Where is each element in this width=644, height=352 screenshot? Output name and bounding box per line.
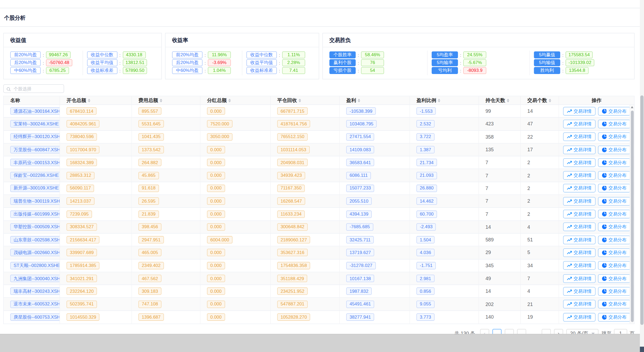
scrollbar-up-arrow-icon[interactable] — [631, 106, 633, 108]
table-scrollbar-thumb[interactable] — [631, 111, 634, 322]
trade-distribution-button[interactable]: 交易分布 — [598, 107, 630, 115]
cell-trade-count: 2 — [521, 195, 559, 207]
cell-close-recover: 1031114.053 — [271, 143, 340, 156]
table-body: 通源石油--300164.XSHE 678410.114 895.557 0.0… — [4, 105, 634, 324]
trade-distribution-button[interactable]: 交易分布 — [598, 132, 630, 141]
trade-detail-button[interactable]: 交易详情 — [563, 210, 595, 218]
trade-detail-button[interactable]: 交易详情 — [563, 261, 595, 270]
close-recover-badge: 234251.952 — [277, 288, 307, 295]
open-total-badge: 168324.389 — [67, 159, 97, 166]
cell-open-total: 168324.389 — [60, 156, 132, 169]
cell-hold-days: 589 — [479, 234, 521, 246]
table-scrollbar[interactable] — [630, 105, 634, 324]
cell-hold-days: 345 — [479, 259, 521, 272]
cell-trade-count: 7 — [521, 272, 559, 284]
sort-caret-icon[interactable] — [160, 98, 162, 102]
dividend-total-badge: 0.000 — [207, 288, 225, 295]
sort-caret-icon[interactable] — [507, 98, 509, 102]
stat-value-badge: 76 — [361, 59, 384, 66]
trade-distribution-button[interactable]: 交易分布 — [598, 120, 630, 128]
sort-caret-icon[interactable] — [228, 98, 231, 102]
trade-distribution-button[interactable]: 交易分布 — [598, 287, 630, 295]
table-row: 茂硕电源--002660.XSHE 339907.689 465.005 0.0… — [4, 247, 634, 259]
page-scrollbar-thumb[interactable] — [640, 96, 643, 325]
cell-trade-count: 19 — [521, 311, 559, 324]
trade-detail-button[interactable]: 交易详情 — [563, 274, 595, 283]
cell-trade-count: 14 — [521, 105, 559, 117]
trade-detail-button[interactable]: 交易详情 — [563, 171, 595, 180]
close-recover-badge: 2189060.127 — [277, 236, 310, 244]
trade-detail-button[interactable]: 交易详情 — [563, 223, 595, 231]
cell-profit-ratio: 14.462 — [410, 195, 479, 207]
sort-caret-icon[interactable] — [438, 98, 440, 102]
sort-caret-icon[interactable] — [299, 98, 301, 102]
trade-detail-button[interactable]: 交易详情 — [563, 107, 595, 115]
fee-total-badge: 1396.687 — [138, 314, 164, 321]
page-scrollbar[interactable] — [640, 0, 644, 352]
stock-search-input[interactable] — [3, 84, 64, 93]
trade-distribution-button[interactable]: 交易分布 — [598, 261, 630, 270]
cell-profit-ratio: 21.093 — [410, 169, 479, 182]
trade-detail-button[interactable]: 交易详情 — [563, 287, 595, 295]
trade-detail-button[interactable]: 交易详情 — [563, 197, 595, 206]
stat-panel: 交易胜负 个股胜率 : 58.46% 赢利个股 : 76 亏损个股 : 54 5… — [323, 33, 635, 79]
cell-trade-count: 5 — [521, 247, 559, 259]
cell-trade-count: 51 — [521, 234, 559, 246]
stock-search-box — [3, 84, 64, 93]
trade-detail-button[interactable]: 交易详情 — [563, 158, 595, 167]
profit-badge: 10167.138 — [346, 275, 374, 282]
trade-detail-button[interactable]: 交易详情 — [563, 132, 595, 141]
cell-actions: 交易详情 交易分布 — [559, 208, 634, 220]
cell-profit: 103408.795 — [340, 118, 410, 130]
trade-distribution-label: 交易分布 — [609, 250, 627, 255]
trade-detail-button[interactable]: 交易详情 — [563, 248, 595, 257]
cell-profit: 32425.711 — [340, 234, 410, 246]
stat-row: 后20%均盈 : -3.69% — [172, 60, 238, 66]
pie-chart-icon — [602, 263, 607, 268]
trade-distribution-button[interactable]: 交易分布 — [598, 184, 630, 193]
table-header-cell: 开仓总额 — [60, 96, 132, 105]
cell-name: 经纬辉开--300120.XSHE — [4, 131, 60, 143]
stock-name-badge: 瑞丰高材--300243.XSHE — [10, 288, 60, 295]
sort-caret-icon[interactable] — [358, 98, 360, 102]
trade-detail-button[interactable]: 交易详情 — [563, 120, 595, 128]
sort-caret-icon[interactable] — [549, 98, 551, 102]
cell-profit-ratio: 0.856 — [410, 285, 479, 297]
trade-distribution-button[interactable]: 交易分布 — [598, 223, 630, 231]
trade-distribution-button[interactable]: 交易分布 — [598, 197, 630, 206]
open-total-badge: 28853.312 — [67, 172, 95, 179]
table-header: 名称 开仓总额 费用总额 分红总额 平仓回收 盈利 盈利比例 持仓天数 交易个数… — [4, 96, 634, 105]
cell-actions: 交易详情 交易分布 — [559, 118, 634, 130]
pie-chart-icon — [602, 173, 607, 178]
trade-distribution-button[interactable]: 交易分布 — [598, 274, 630, 283]
trade-distribution-button[interactable]: 交易分布 — [598, 235, 630, 244]
trade-distribution-button[interactable]: 交易分布 — [598, 158, 630, 167]
trade-distribution-button[interactable]: 交易分布 — [598, 313, 630, 322]
table-row: 退市未来--600532.XSHG 502395.741 747.108 0.0… — [4, 298, 634, 311]
cell-profit: 36583.641 — [340, 156, 410, 169]
pie-chart-icon — [602, 276, 607, 281]
trade-distribution-button[interactable]: 交易分布 — [598, 171, 630, 180]
trade-detail-button[interactable]: 交易详情 — [563, 313, 595, 322]
cell-name: 宝莱特--300246.XSHE — [4, 118, 60, 130]
stat-panel-body: 前20%均盈 : 99467.26 后20%均盈 : -50760.48 中60… — [4, 47, 162, 79]
trade-detail-button[interactable]: 交易详情 — [563, 300, 595, 308]
cell-actions: 交易详情 交易分布 — [559, 131, 634, 143]
cell-hold-days: 29 — [479, 247, 521, 259]
pie-chart-icon — [602, 199, 607, 204]
cell-dividend-total: 0.000 — [201, 298, 271, 310]
trade-distribution-button[interactable]: 交易分布 — [598, 248, 630, 257]
close-recover-badge: 353627.316 — [277, 249, 307, 256]
trade-detail-button[interactable]: 交易详情 — [563, 235, 595, 244]
stock-name-badge: 瑞普生物--300119.XSHE — [10, 198, 60, 205]
sort-caret-icon[interactable] — [88, 98, 90, 102]
trade-distribution-button[interactable]: 交易分布 — [598, 145, 630, 154]
fee-total-badge: 2947.951 — [138, 236, 164, 244]
trade-distribution-button[interactable]: 交易分布 — [598, 300, 630, 308]
trade-distribution-button[interactable]: 交易分布 — [598, 210, 630, 218]
trade-detail-button[interactable]: 交易详情 — [563, 184, 595, 193]
trade-distribution-label: 交易分布 — [609, 122, 627, 126]
cell-dividend-total: 0.000 — [201, 143, 271, 156]
pie-chart-icon — [602, 134, 607, 140]
trade-detail-button[interactable]: 交易详情 — [563, 145, 595, 154]
